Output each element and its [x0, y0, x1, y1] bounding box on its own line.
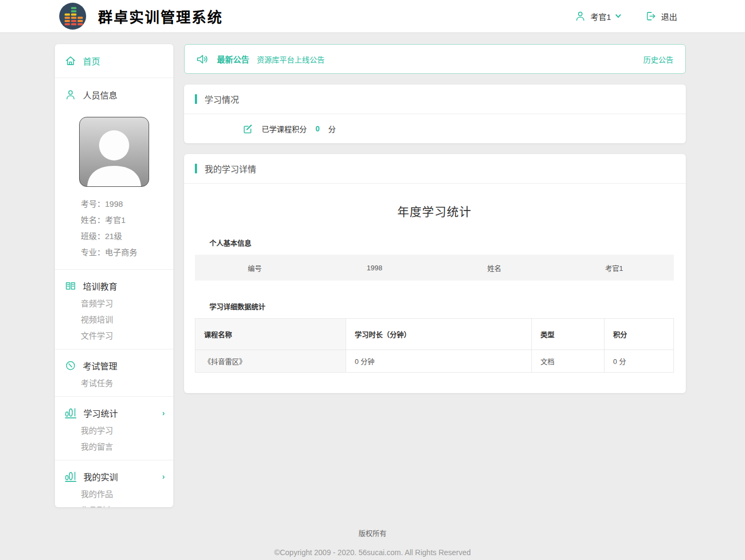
user-icon: [574, 10, 586, 22]
sidebar-item-profile[interactable]: 人员信息: [55, 78, 173, 111]
sidebar-item-exam-task[interactable]: 考试任务: [55, 375, 173, 391]
speaker-icon: [195, 52, 209, 66]
section-tick: [195, 94, 197, 104]
sidebar-home-label: 首页: [83, 54, 100, 67]
home-icon: [65, 55, 76, 67]
sidebar-group-exam: 考试管理 考试任务: [55, 349, 173, 396]
basic-info-cell: 姓名: [434, 263, 554, 273]
person-icon: [65, 89, 76, 101]
chevron-right-icon[interactable]: ›: [162, 409, 165, 417]
study-detail-title: 我的学习详情: [205, 162, 256, 175]
study-status-label: 已学课程积分: [262, 123, 307, 134]
content: 首页 人员信息 考号：1998 姓名: [0, 32, 745, 507]
section-tick: [195, 164, 197, 173]
sidebar-exam-label: 考试管理: [83, 359, 117, 372]
stats-col-duration: 学习时长（分钟）: [346, 319, 532, 350]
sidebar-group-training: 培训教育 音频学习 视频培训 文件学习: [55, 270, 173, 349]
stats-col-course: 课程名称: [195, 319, 346, 350]
basic-info-cell: 编号: [195, 263, 315, 273]
study-status-title: 学习情况: [205, 93, 239, 106]
app-header: 群卓实训管理系统 考官1: [0, 0, 745, 32]
edit-icon: [242, 123, 254, 135]
sidebar-study-stats-label: 学习统计: [83, 407, 118, 419]
stats-label: 学习详细数据统计: [209, 301, 674, 311]
sidebar-item-video-training[interactable]: 视频培训: [55, 312, 173, 328]
logout-icon: [645, 10, 657, 22]
sidebar-item-file-study[interactable]: 文件学习: [55, 328, 173, 344]
bar-chart-icon: [65, 408, 77, 419]
sidebar-item-audio-study[interactable]: 音频学习: [55, 296, 173, 312]
sidebar-item-exam[interactable]: 考试管理: [55, 356, 173, 375]
sidebar-item-my-messages[interactable]: 我的留言: [55, 439, 173, 455]
chevron-down-icon: [615, 14, 621, 18]
profile-field-name: 姓名：考官1: [81, 212, 168, 228]
footer-line1: 版权所有: [0, 528, 745, 538]
chevron-right-icon[interactable]: ›: [162, 472, 165, 481]
sidebar-group-my-practice: 我的实训 › 我的作品 作品列表: [55, 460, 173, 507]
header-right: 考官1 退出: [574, 10, 677, 22]
logout-label: 退出: [661, 11, 677, 22]
avatar: [79, 117, 149, 187]
study-status-unit: 分: [328, 123, 336, 134]
table-row: 《抖音雷区》 0 分钟 文档 0 分: [195, 350, 674, 373]
basic-info-row: 编号 1998 姓名 考官1: [195, 255, 674, 281]
sidebar-item-my-works[interactable]: 我的作品: [55, 486, 173, 502]
stats-header-row: 课程名称 学习时长（分钟） 类型 积分: [195, 319, 674, 350]
page-footer: 版权所有 ©Copyright 2009 - 2020. 56sucai.com…: [0, 528, 745, 557]
stats-cell-type: 文档: [531, 350, 604, 373]
sidebar-group-study-stats: 学习统计 › 我的学习 我的留言: [55, 397, 173, 460]
app-title: 群卓实训管理系统: [98, 6, 223, 27]
sidebar: 首页 人员信息 考号：1998 姓名: [55, 44, 173, 507]
sidebar-item-works-list[interactable]: 作品列表: [55, 502, 173, 507]
study-detail-body: 年度学习统计 个人基本信息 编号 1998 姓名 考官1 学习详细数据统计 课程…: [184, 184, 686, 393]
user-menu[interactable]: 考官1: [574, 10, 621, 22]
stats-cell-score: 0 分: [605, 350, 674, 373]
sidebar-my-practice-label: 我的实训: [83, 470, 118, 483]
stats-cell-duration: 0 分钟: [346, 350, 532, 373]
report-title: 年度学习统计: [195, 202, 674, 219]
main: 最新公告 资源库平台上线公告 历史公告 学习情况 已: [184, 44, 686, 393]
basic-info-cell: 1998: [315, 264, 435, 272]
sidebar-training-label: 培训教育: [83, 279, 117, 292]
sidebar-item-my-practice[interactable]: 我的实训 ›: [55, 467, 173, 486]
announcement-banner: 最新公告 资源库平台上线公告 历史公告: [184, 44, 686, 74]
profile-field-major: 专业：电子商务: [81, 244, 168, 261]
sidebar-item-training[interactable]: 培训教育: [55, 276, 173, 296]
announcement-badge: 最新公告: [217, 53, 249, 65]
study-detail-header: 我的学习详情: [184, 154, 686, 184]
study-detail-card: 我的学习详情 年度学习统计 个人基本信息 编号 1998 姓名 考官1 学习详细…: [184, 154, 686, 393]
profile-fields: 考号：1998 姓名：考官1 班级：21级 专业：电子商务: [55, 187, 173, 269]
user-name: 考官1: [591, 11, 611, 22]
study-status-body: 已学课程积分 0 分: [184, 114, 686, 143]
page: 群卓实训管理系统 考官1: [0, 0, 745, 560]
study-status-value: 0: [315, 124, 320, 133]
sidebar-item-home[interactable]: 首页: [55, 44, 173, 78]
stats-cell-course: 《抖音雷区》: [195, 350, 346, 373]
study-status-card: 学习情况 已学课程积分 0 分: [184, 85, 686, 143]
announcement-link[interactable]: 资源库平台上线公告: [257, 54, 325, 65]
history-announcements-link[interactable]: 历史公告: [643, 54, 673, 65]
basic-info-cell: 考官1: [554, 263, 674, 273]
bar-chart-icon: [65, 471, 77, 482]
basic-info-label: 个人基本信息: [209, 237, 674, 248]
book-icon: [65, 280, 76, 292]
profile-field-exam-no: 考号：1998: [81, 196, 168, 212]
stats-col-type: 类型: [531, 319, 604, 350]
footer-line2: ©Copyright 2009 - 2020. 56sucai.com. All…: [0, 548, 745, 557]
profile-field-class: 班级：21级: [81, 228, 168, 244]
stats-col-score: 积分: [605, 319, 674, 350]
clock-icon: [65, 360, 76, 372]
stats-table: 课程名称 学习时长（分钟） 类型 积分 《抖音雷区》 0 分钟 文档: [195, 318, 674, 373]
app-logo-icon: [59, 3, 86, 30]
sidebar-item-study-stats[interactable]: 学习统计 ›: [55, 403, 173, 423]
sidebar-profile-label: 人员信息: [83, 88, 117, 101]
sidebar-item-my-study[interactable]: 我的学习: [55, 423, 173, 439]
study-status-header: 学习情况: [184, 85, 686, 114]
logout-button[interactable]: 退出: [645, 10, 677, 22]
